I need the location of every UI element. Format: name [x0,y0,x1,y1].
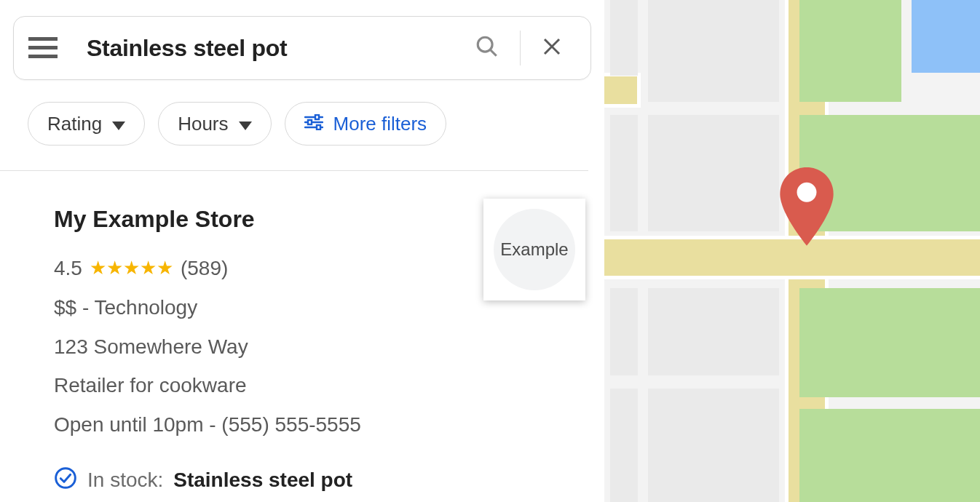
filter-hours[interactable]: Hours [158,102,271,146]
address: 123 Somewhere Way [54,333,564,361]
rating-value: 4.5 [54,255,82,282]
svg-point-15 [56,469,76,488]
in-stock-label: In stock: [87,469,163,492]
sliders-icon [304,113,323,135]
svg-marker-8 [239,121,252,130]
svg-marker-7 [112,121,125,130]
check-circle-icon [54,466,77,495]
caret-down-icon [239,113,252,135]
map-pin-icon[interactable] [778,167,836,247]
description: Retailer for cookware [54,372,564,399]
svg-rect-1 [28,46,58,49]
svg-point-17 [797,183,817,202]
search-button[interactable] [454,34,520,62]
thumbnail-placeholder: Example [494,209,575,290]
filter-more-label: More filters [333,113,427,135]
filter-hours-label: Hours [178,113,228,135]
review-count: (589) [181,255,228,282]
search-bar: Stainless steel pot [13,16,591,80]
in-stock-row: In stock: Stainless steel pot [54,466,564,495]
results-panel: Stainless steel pot Rating [0,0,604,502]
filters-row: Rating Hours [28,102,604,146]
filter-rating[interactable]: Rating [28,102,145,146]
search-input[interactable]: Stainless steel pot [87,35,454,62]
result-card[interactable]: My Example Store 4.5 ★★★★★ (589) $$ - Te… [54,206,564,495]
map-canvas[interactable] [604,0,980,502]
hours-phone: Open until 10pm - (555) 555-5555 [54,411,564,439]
svg-point-3 [478,37,492,52]
divider [0,170,588,171]
clear-search-button[interactable] [521,36,583,60]
svg-rect-0 [28,37,58,41]
svg-line-4 [490,49,497,56]
svg-rect-13 [308,120,312,124]
in-stock-item: Stainless steel pot [173,469,352,492]
star-icons: ★★★★★ [90,255,173,281]
filter-more[interactable]: More filters [285,102,447,146]
svg-rect-12 [315,115,319,119]
menu-icon[interactable] [28,37,58,59]
svg-rect-2 [28,55,58,58]
svg-rect-14 [317,125,320,130]
filter-rating-label: Rating [47,113,102,135]
result-thumbnail[interactable]: Example [483,199,585,300]
app-root: Stainless steel pot Rating [0,0,980,502]
caret-down-icon [112,113,125,135]
